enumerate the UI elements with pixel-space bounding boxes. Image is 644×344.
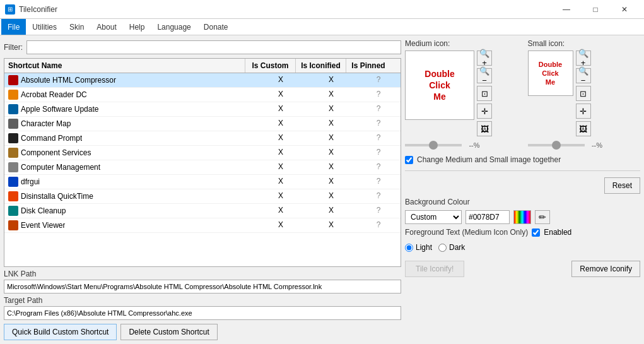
filter-input[interactable] xyxy=(26,40,401,54)
small-screenshot-button[interactable]: ⊡ xyxy=(576,86,591,101)
table-row[interactable]: dfrguiXX? xyxy=(4,175,401,189)
row-icon xyxy=(8,119,18,129)
small-move-button[interactable]: ✛ xyxy=(576,104,591,119)
menu-item-about[interactable]: About xyxy=(90,19,122,35)
maximize-button[interactable]: □ xyxy=(581,0,610,19)
fg-text-row: Foreground Text (Medium Icon Only) Enabl… xyxy=(405,228,640,237)
row-name-text: Acrobat Reader DC xyxy=(21,90,87,99)
link-images-checkbox[interactable] xyxy=(405,156,413,164)
table-row[interactable]: Acrobat Reader DCXX? xyxy=(4,88,401,102)
fg-enabled-label[interactable]: Enabled xyxy=(544,228,571,237)
row-iconified: X xyxy=(306,204,356,218)
small-icon-preview[interactable]: DoubleClickMe xyxy=(528,50,573,96)
row-custom: X xyxy=(255,73,306,87)
row-icon xyxy=(8,75,18,85)
small-import-button[interactable]: 🖼 xyxy=(576,121,591,136)
icons-row: Medium icon: DoubleClickMe 🔍+ 🔍− ⊡ ✛ 🖼 -… xyxy=(405,39,640,149)
menu-item-help[interactable]: Help xyxy=(123,19,151,35)
fg-dark-option[interactable]: Dark xyxy=(438,243,465,252)
col-header-pinned: Is Pinned xyxy=(346,59,390,73)
row-name-text: Component Services xyxy=(21,148,91,157)
small-icon-controls: 🔍+ 🔍− ⊡ ✛ 🖼 xyxy=(576,50,591,136)
table-row[interactable]: Event ViewerXX? xyxy=(4,218,401,233)
table-row[interactable]: Computer ManagementXX? xyxy=(4,160,401,175)
bottom-action-row: Tile Iconify! Remove Iconify xyxy=(405,261,640,277)
reset-button[interactable]: Reset xyxy=(604,177,640,194)
table-row[interactable]: Absolute HTML CompressorXX? xyxy=(4,73,401,88)
table-row[interactable]: Character MapXX? xyxy=(4,117,401,131)
small-slider-row: --% xyxy=(528,141,641,149)
row-pinned: ? xyxy=(356,131,401,145)
colour-picker-button[interactable]: ✏ xyxy=(535,210,550,224)
row-name-text: dfrgui xyxy=(21,177,40,186)
medium-slider-row: --% xyxy=(405,141,518,149)
colour-hex-input[interactable] xyxy=(465,210,510,224)
link-images-label[interactable]: Change Medium and Small image together xyxy=(417,155,561,164)
small-slider[interactable] xyxy=(528,144,585,146)
menu-item-file[interactable]: File xyxy=(1,19,26,35)
remove-iconify-button[interactable]: Remove Iconify xyxy=(571,261,640,277)
small-zoom-out-button[interactable]: 🔍− xyxy=(576,68,591,83)
menu-item-donate[interactable]: Donate xyxy=(197,19,235,35)
row-custom: X xyxy=(255,146,306,160)
delete-custom-button[interactable]: Delete Custom Shortcut xyxy=(120,324,217,340)
row-icon xyxy=(8,148,18,158)
table-row[interactable]: Apple Software UpdateXX? xyxy=(4,102,401,117)
fg-dark-radio[interactable] xyxy=(438,244,447,252)
row-name-text: Command Prompt xyxy=(21,134,82,143)
menu-item-language[interactable]: Language xyxy=(151,19,197,35)
medium-icon-preview[interactable]: DoubleClickMe xyxy=(405,50,474,120)
row-name: Event Viewer xyxy=(4,218,255,232)
row-name: Computer Management xyxy=(4,160,255,174)
row-name-text: Absolute HTML Compressor xyxy=(21,76,116,85)
menu-item-skin[interactable]: Skin xyxy=(63,19,90,35)
colour-select[interactable]: Custom Default Transparent xyxy=(405,210,462,224)
medium-move-button[interactable]: ✛ xyxy=(477,104,492,119)
medium-zoom-in-button[interactable]: 🔍+ xyxy=(477,50,492,66)
tile-iconify-button[interactable]: Tile Iconify! xyxy=(405,261,464,277)
medium-import-button[interactable]: 🖼 xyxy=(477,121,492,136)
col-header-name: Shortcut Name xyxy=(4,59,245,73)
medium-icon-label: Medium icon: xyxy=(405,39,518,48)
fg-text-label: Foreground Text (Medium Icon Only) xyxy=(405,228,528,237)
medium-screenshot-button[interactable]: ⊡ xyxy=(477,86,492,101)
small-slider-label: --% xyxy=(588,141,606,149)
table-row[interactable]: Component ServicesXX? xyxy=(4,146,401,160)
table-row[interactable]: Disk CleanupXX? xyxy=(4,204,401,218)
menu-item-utilities[interactable]: Utilities xyxy=(26,19,63,35)
row-name: Command Prompt xyxy=(4,131,255,145)
fg-enabled-checkbox[interactable] xyxy=(532,228,540,237)
row-name-text: Character Map xyxy=(21,119,71,128)
colour-swatch[interactable] xyxy=(513,210,531,224)
fg-light-radio[interactable] xyxy=(405,244,413,252)
medium-slider[interactable] xyxy=(405,144,462,146)
row-custom: X xyxy=(255,175,306,189)
row-pinned: ? xyxy=(356,189,401,203)
close-button[interactable]: ✕ xyxy=(610,0,639,19)
row-icon xyxy=(8,133,18,143)
row-name-text: Apple Software Update xyxy=(21,105,98,114)
target-input[interactable] xyxy=(4,306,401,320)
small-zoom-in-button[interactable]: 🔍+ xyxy=(576,50,591,66)
row-iconified: X xyxy=(306,146,356,160)
row-iconified: X xyxy=(306,131,356,145)
row-pinned: ? xyxy=(356,73,401,87)
row-iconified: X xyxy=(306,189,356,203)
row-name: Disinstalla QuickTime xyxy=(4,189,255,203)
row-name-text: Disk Cleanup xyxy=(21,206,66,215)
row-custom: X xyxy=(255,117,306,131)
row-name: Component Services xyxy=(4,146,255,160)
medium-zoom-out-button[interactable]: 🔍− xyxy=(477,68,492,83)
fg-light-option[interactable]: Light xyxy=(405,243,432,252)
table-body[interactable]: Absolute HTML CompressorXX?Acrobat Reade… xyxy=(4,73,401,266)
reset-row: Reset xyxy=(405,177,640,194)
table-row[interactable]: Disinstalla QuickTimeXX? xyxy=(4,189,401,204)
row-name: Character Map xyxy=(4,117,255,131)
table-row[interactable]: Command PromptXX? xyxy=(4,131,401,146)
lnk-input[interactable] xyxy=(4,280,401,294)
title-bar-left: TileIconifier xyxy=(5,4,57,15)
minimize-button[interactable]: — xyxy=(552,0,581,19)
row-iconified: X xyxy=(306,117,356,131)
fg-radio-group: Light Dark xyxy=(405,243,640,252)
quick-build-button[interactable]: Quick Build Custom Shortcut xyxy=(4,324,117,340)
